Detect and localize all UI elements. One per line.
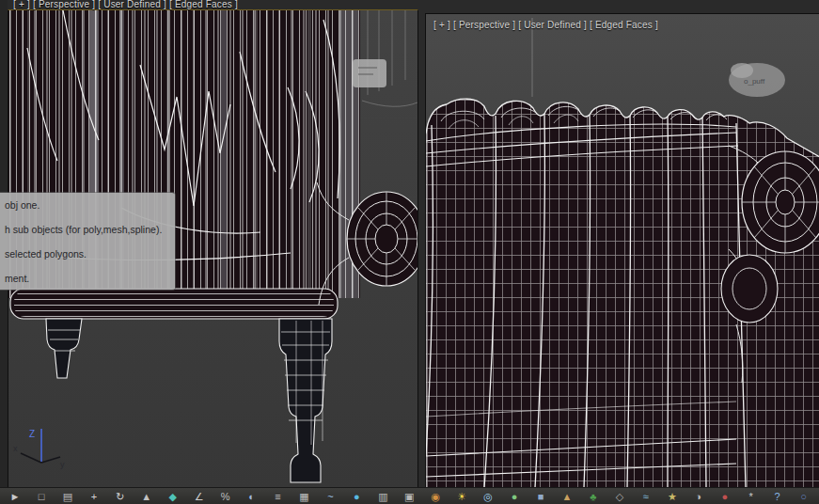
note-line-3: selected polygons. bbox=[0, 242, 175, 266]
x-axis-label: x bbox=[13, 444, 18, 453]
move-icon[interactable]: + bbox=[87, 489, 102, 504]
material-editor-icon[interactable]: ● bbox=[349, 489, 364, 504]
x-axis-line bbox=[21, 453, 41, 463]
wireframe-right: o_puff bbox=[426, 14, 819, 488]
svg-text:o_puff: o_puff bbox=[744, 77, 765, 86]
bottom-toolbar: ►□▤+↻▲◆∠%◐≡▦~●▥▣◉☀◎●■▲♣◇≈★◑●*?○ bbox=[0, 487, 819, 504]
mirror-icon[interactable]: ◐ bbox=[244, 489, 260, 504]
bottom-pipe bbox=[10, 289, 338, 319]
layer-manager-icon[interactable]: ▦ bbox=[296, 489, 311, 504]
cone-primitive-icon[interactable]: ▲ bbox=[559, 489, 575, 504]
render-setup-icon[interactable]: ▥ bbox=[375, 489, 390, 504]
note-line-2: h sub objects (for poly,mesh,spline). bbox=[0, 217, 175, 242]
note-line-1: obj one. bbox=[0, 193, 175, 217]
align-icon[interactable]: ≡ bbox=[271, 489, 286, 504]
viewport-right[interactable]: [ + ] [ Perspective ] [ User Defined ] [… bbox=[425, 13, 819, 489]
angle-snap-icon[interactable]: ∠ bbox=[192, 489, 207, 504]
select-object-icon[interactable]: ► bbox=[8, 489, 23, 504]
systems-icon[interactable]: ★ bbox=[665, 489, 680, 504]
max-dual-viewport-window: { "viewports": { "left": { "label": "[ +… bbox=[0, 0, 819, 504]
pipe-lobe bbox=[721, 255, 778, 323]
sunlight-icon[interactable]: ☀ bbox=[454, 489, 469, 504]
foliage-icon[interactable]: ♣ bbox=[586, 489, 601, 504]
y-axis-line bbox=[41, 457, 60, 463]
world-axis-gizmo: Z x y bbox=[11, 417, 68, 470]
rendered-frame-icon[interactable]: ▣ bbox=[402, 489, 417, 504]
z-axis-label: Z bbox=[29, 429, 35, 439]
display-panel-icon[interactable]: ◑ bbox=[691, 489, 706, 504]
select-by-name-icon[interactable]: ▤ bbox=[60, 489, 75, 504]
helpers-icon[interactable]: ◇ bbox=[612, 489, 627, 504]
scale-icon[interactable]: ▲ bbox=[139, 489, 154, 504]
render-icon[interactable]: ◉ bbox=[428, 489, 443, 504]
curve-editor-icon[interactable]: ~ bbox=[323, 489, 338, 504]
y-axis-label: y bbox=[60, 460, 65, 469]
script-icon[interactable]: * bbox=[744, 489, 759, 504]
background-wires bbox=[362, 10, 417, 106]
help-icon[interactable]: ? bbox=[770, 489, 785, 504]
select-region-icon[interactable]: □ bbox=[34, 489, 49, 504]
camera-icon[interactable]: ◎ bbox=[480, 489, 496, 504]
rotate-icon[interactable]: ↻ bbox=[113, 489, 128, 504]
utilities-icon[interactable]: ● bbox=[717, 489, 732, 504]
box-primitive-icon[interactable]: ■ bbox=[533, 489, 548, 504]
sphere-primitive-icon[interactable]: ● bbox=[507, 489, 522, 504]
time-config-icon[interactable]: ○ bbox=[796, 489, 811, 504]
viewport-right-label[interactable]: [ + ] [ Perspective ] [ User Defined ] [… bbox=[433, 20, 658, 30]
object-label-badge-right: o_puff bbox=[729, 63, 785, 97]
percent-snap-icon[interactable]: % bbox=[218, 489, 233, 504]
radiator-legs bbox=[46, 319, 332, 482]
viewport-left-label[interactable]: [ + ] [ Perspective ] [ User Defined ] [… bbox=[13, 0, 238, 9]
object-label-badge-left bbox=[353, 59, 386, 87]
snap-toggle-icon[interactable]: ◆ bbox=[165, 489, 181, 504]
note-line-4: ment. bbox=[0, 266, 175, 291]
info-note-overlay: obj one. h sub objects (for poly,mesh,sp… bbox=[0, 193, 175, 290]
viewport-splitter[interactable] bbox=[417, 0, 425, 487]
space-warp-icon[interactable]: ≈ bbox=[638, 489, 654, 504]
